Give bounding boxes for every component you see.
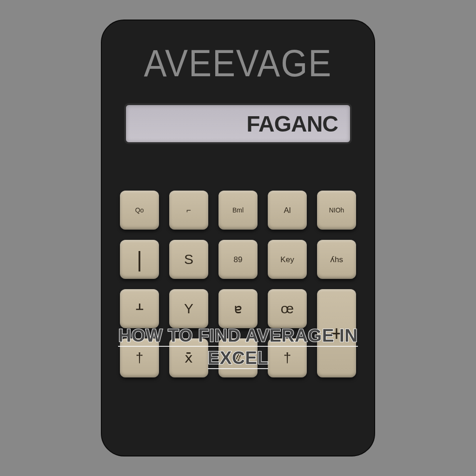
page-title-overlay: HOW TO FIND AVERAGE IN EXCEL — [0, 324, 476, 369]
key-r3c3[interactable]: ɐ — [218, 289, 258, 328]
key-r1c2[interactable]: ⌐ — [169, 191, 208, 230]
key-r2c3[interactable]: 89 — [218, 240, 258, 279]
key-r3c1[interactable]: ᚆ — [120, 289, 159, 328]
key-r2c2[interactable]: S — [169, 240, 208, 279]
key-r3c4[interactable]: œ — [268, 289, 307, 328]
key-r2c4[interactable]: Key — [268, 240, 307, 279]
brand-label: AVEEVAGE — [144, 41, 332, 85]
key-r1c4[interactable]: Al — [268, 191, 307, 230]
calculator-display: FAGANC — [124, 103, 352, 144]
key-r3c2[interactable]: Y — [169, 289, 208, 328]
key-r2c1[interactable]: | — [120, 240, 159, 279]
overlay-line2: EXCEL — [208, 348, 269, 369]
key-r1c3[interactable]: Bml — [218, 191, 258, 230]
key-r2c5[interactable]: ʎhs — [317, 240, 356, 279]
key-r1c1[interactable]: Qo — [120, 191, 159, 230]
key-r1c5[interactable]: NIOh — [317, 191, 356, 230]
overlay-line1: HOW TO FIND AVERAGE IN — [118, 325, 357, 347]
calculator: AVEEVAGE FAGANC Qo ⌐ Bml Al NIOh | S 89 … — [101, 20, 375, 456]
